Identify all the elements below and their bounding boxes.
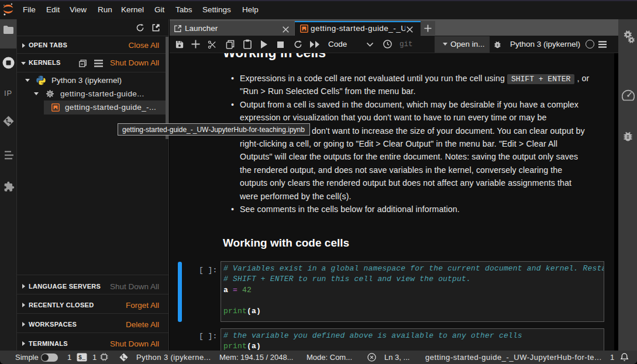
svg-text:$_: $_ bbox=[78, 355, 86, 361]
